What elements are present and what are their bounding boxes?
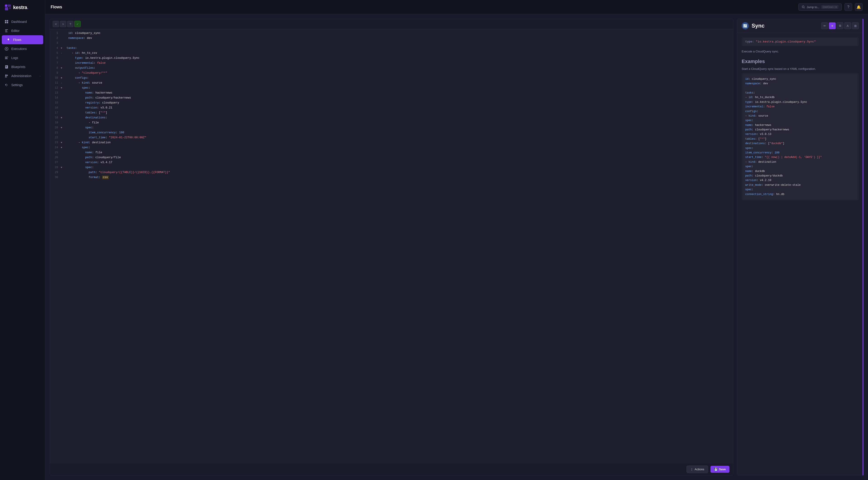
sidebar-item-editor[interactable]: Editor xyxy=(0,26,45,35)
code-line-8: 8 ▼ outputFiles: xyxy=(50,66,733,71)
code-line-12: 12 ▼ spec: xyxy=(50,86,733,91)
chevron-right-icon: › xyxy=(39,74,40,77)
doc-examples-title: Examples xyxy=(742,59,859,64)
doc-example-desc: Start a CloudQuery sync based on a YAML … xyxy=(742,67,859,70)
search-icon xyxy=(802,5,805,8)
doc-expand-btn[interactable]: ⊞ xyxy=(852,22,859,29)
doc-panel: 🔄 Sync ✏ ≡ ⧉ A ⊞ type: "io.kes xyxy=(737,19,864,476)
help-button[interactable]: ? xyxy=(844,3,852,11)
blueprints-icon xyxy=(4,65,8,69)
jump-to-kbd: Ctrl/Cmd + K xyxy=(822,5,838,9)
flows-icon xyxy=(6,38,10,42)
jump-to-button[interactable]: Jump to... Ctrl/Cmd + K xyxy=(798,3,842,11)
code-line-15: 15 registry: cloudquery xyxy=(50,101,733,105)
doc-title-row: 🔄 Sync xyxy=(742,22,765,29)
toolbar-check-btn[interactable]: ✓ xyxy=(74,21,81,27)
sidebar-item-logs[interactable]: Logs xyxy=(0,53,45,62)
editor-toolbar: < > ? ✓ xyxy=(50,19,733,29)
content-area: < > ? ✓ 1 id: cloudquery_sync 2 namespac… xyxy=(45,14,868,480)
logs-icon xyxy=(4,56,8,60)
code-line-26: 26 path: cloudquery/file xyxy=(50,155,733,160)
doc-title: Sync xyxy=(752,23,765,29)
code-line-20: 20 ▼ spec: xyxy=(50,125,733,130)
code-line-23: 23 ▼ - kind: destination xyxy=(50,140,733,145)
code-line-19: 19 - file xyxy=(50,121,733,125)
sync-doc-icon: 🔄 xyxy=(742,22,749,29)
code-line-5: 5 – - id: hn_to_csv xyxy=(50,51,733,56)
sidebar-item-label: Administration xyxy=(11,74,31,78)
header: Flows Jump to... Ctrl/Cmd + K ? 🔔 xyxy=(45,0,868,14)
code-line-16: 16 version: v3.0.21 xyxy=(50,105,733,110)
notifications-button[interactable]: 🔔 xyxy=(855,3,863,11)
doc-content[interactable]: type: "io.kestra.plugin.cloudquery.Sync"… xyxy=(737,33,863,475)
header-actions: Jump to... Ctrl/Cmd + K ? 🔔 xyxy=(798,3,863,11)
sidebar-item-blueprints[interactable]: Blueprints xyxy=(0,62,45,71)
code-line-1: 1 id: cloudquery_sync xyxy=(50,31,733,36)
code-line-3: 3 xyxy=(50,41,733,46)
svg-point-10 xyxy=(7,75,8,76)
code-line-13: 13 name: hackernews xyxy=(50,91,733,96)
svg-rect-1 xyxy=(8,4,11,7)
save-label: Save xyxy=(719,468,726,471)
sidebar-item-executions[interactable]: Executions xyxy=(0,44,45,53)
jump-to-label: Jump to... xyxy=(807,5,819,9)
svg-rect-0 xyxy=(5,4,7,7)
sidebar-nav: Dashboard Editor Flows Executions Logs xyxy=(0,15,45,480)
executions-icon xyxy=(4,47,8,51)
toolbar-left-btn[interactable]: < xyxy=(53,21,59,27)
code-line-22: 22 start_time: "2024-01-22T00:00:00Z" xyxy=(50,135,733,140)
code-line-10: 10 ▼ configs: xyxy=(50,76,733,81)
doc-toolbar: ✏ ≡ ⧉ A ⊞ xyxy=(821,22,859,29)
sidebar: kestra. Dashboard Editor Flows Execution… xyxy=(0,0,45,480)
code-line-2: 2 namespace: dev xyxy=(50,36,733,41)
sidebar-item-label: Logs xyxy=(11,56,18,60)
sidebar-item-dashboard[interactable]: Dashboard xyxy=(0,17,45,26)
doc-view-btn[interactable]: ≡ xyxy=(829,22,836,29)
sidebar-item-label: Settings xyxy=(11,83,23,87)
svg-rect-6 xyxy=(5,22,6,23)
doc-copy-btn[interactable]: ⧉ xyxy=(837,22,843,29)
code-line-30: 30 format: csv xyxy=(50,175,733,180)
toolbar-question-btn[interactable]: ? xyxy=(67,21,73,27)
page-title: Flows xyxy=(51,5,62,9)
code-line-25: 25 name: file xyxy=(50,150,733,155)
code-line-24: 24 ▼ spec: xyxy=(50,145,733,150)
code-line-28: 28 ▼ spec: xyxy=(50,165,733,170)
doc-edit-btn[interactable]: ✏ xyxy=(821,22,828,29)
doc-description: Execute a CloudQuery sync. xyxy=(742,49,859,54)
svg-rect-3 xyxy=(9,7,11,9)
code-editor[interactable]: 1 id: cloudquery_sync 2 namespace: dev 3… xyxy=(50,29,733,463)
editor-panel: < > ? ✓ 1 id: cloudquery_sync 2 namespac… xyxy=(50,19,733,476)
doc-type-label: type: xyxy=(745,40,756,43)
code-line-4: 4 ▼ tasks: xyxy=(50,46,733,51)
svg-point-11 xyxy=(802,6,804,8)
main-area: Flows Jump to... Ctrl/Cmd + K ? 🔔 < > ? … xyxy=(45,0,868,480)
doc-panel-header: 🔄 Sync ✏ ≡ ⧉ A ⊞ xyxy=(737,19,863,33)
doc-panel-wrapper: 🔄 Sync ✏ ≡ ⧉ A ⊞ type: "io.kes xyxy=(737,19,864,476)
editor-icon xyxy=(4,29,8,33)
kestra-logo-icon xyxy=(4,4,11,11)
sidebar-item-settings[interactable]: Settings xyxy=(0,81,45,90)
sidebar-item-label: Flows xyxy=(13,38,22,41)
accent-bar xyxy=(863,19,864,476)
code-line-29: 29 path: "cloudquery/{{TABLE}}/{{UUID}}.… xyxy=(50,170,733,175)
svg-rect-7 xyxy=(7,22,8,23)
actions-button[interactable]: ⋮ Actions xyxy=(686,466,708,473)
save-button[interactable]: 💾 Save xyxy=(710,466,730,473)
sidebar-item-label: Executions xyxy=(11,47,27,51)
editor-footer: ⋮ Actions 💾 Save xyxy=(50,463,733,475)
svg-point-9 xyxy=(5,74,6,76)
actions-label: Actions xyxy=(694,468,704,471)
code-line-9: 9 - "cloudquery/**" xyxy=(50,71,733,76)
svg-rect-2 xyxy=(5,7,8,10)
code-line-27: 27 version: v3.4.17 xyxy=(50,160,733,165)
sidebar-item-flows[interactable]: Flows xyxy=(2,35,43,44)
sidebar-item-label: Editor xyxy=(11,29,20,33)
toolbar-right-btn[interactable]: > xyxy=(60,21,66,27)
dots-icon: ⋮ xyxy=(690,468,693,471)
doc-text-btn[interactable]: A xyxy=(844,22,851,29)
sidebar-item-administration[interactable]: Administration › xyxy=(0,71,45,81)
logo-text: kestra. xyxy=(13,4,28,10)
svg-rect-5 xyxy=(7,20,8,22)
save-icon: 💾 xyxy=(714,468,718,471)
